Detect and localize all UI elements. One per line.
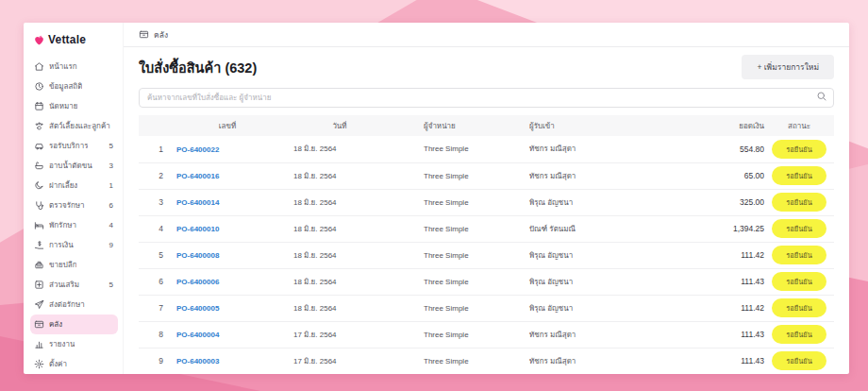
po-number-cell: PO-6400022 — [176, 136, 278, 162]
receiver-cell: ปัณฑ์ รัตนมณี — [507, 215, 698, 242]
sidebar-item-count: 6 — [109, 201, 113, 210]
col-header-amount: ยอดเงิน — [698, 115, 764, 136]
amount-cell: 111.42 — [698, 242, 764, 268]
pets-icon — [34, 121, 44, 131]
retail-icon — [34, 260, 44, 270]
po-number-link[interactable]: PO-6400003 — [176, 357, 219, 366]
sidebar-item-13[interactable]: คลัง — [30, 314, 118, 334]
row-number: 3 — [139, 189, 176, 215]
po-number-cell: PO-6400004 — [176, 321, 278, 348]
table-row[interactable]: 4PO-640001018 มิ.ย. 2564Three Simpleปัณฑ… — [139, 215, 834, 242]
supplier-cell: Three Simple — [401, 215, 507, 242]
table-row[interactable]: 8PO-640000417 มิ.ย. 2564Three Simpleทัชก… — [139, 321, 834, 348]
topbar: คลัง — [124, 23, 849, 47]
sidebar-item-4[interactable]: รอรับบริการ5 — [30, 136, 118, 156]
status-cell: รอยืนยัน — [764, 268, 834, 295]
sidebar-item-11[interactable]: ส่วนเสริม5 — [30, 275, 118, 295]
row-number: 9 — [139, 348, 176, 374]
brand-logo[interactable]: Vettale — [30, 30, 118, 49]
brand-name: Vettale — [48, 33, 86, 46]
sidebar-item-label: รอรับบริการ — [49, 140, 88, 152]
po-number-link[interactable]: PO-6400005 — [176, 304, 219, 313]
inventory-icon — [139, 29, 149, 40]
report-icon — [34, 339, 44, 349]
sidebar-item-15[interactable]: ตั้งค่า — [30, 354, 118, 374]
sidebar-item-12[interactable]: ส่งต่อรักษา — [30, 295, 118, 314]
col-header-date: วันที่ — [278, 115, 401, 136]
search-icon[interactable] — [816, 91, 827, 102]
col-header-no — [139, 115, 176, 136]
finance-icon — [34, 240, 44, 250]
sidebar-item-10[interactable]: ขายปลีก — [30, 255, 118, 275]
amount-cell: 111.43 — [698, 268, 764, 295]
sidebar-item-14[interactable]: รายงาน — [30, 334, 118, 354]
sidebar-item-count: 3 — [109, 162, 113, 170]
sidebar-item-label: ฝากเลี้ยง — [49, 179, 77, 192]
amount-cell: 554.80 — [698, 136, 764, 162]
po-number-link[interactable]: PO-6400016 — [176, 172, 219, 180]
sidebar-nav: หน้าแรกข้อมูลสถิตินัดหมายสัตว์เลี้ยงและล… — [30, 57, 118, 374]
sidebar-item-count: 4 — [109, 221, 113, 230]
status-badge: รอยืนยัน — [772, 193, 826, 212]
status-badge: รอยืนยัน — [772, 325, 826, 344]
supplier-cell: Three Simple — [401, 321, 507, 348]
date-cell: 18 มิ.ย. 2564 — [278, 215, 401, 242]
po-number-link[interactable]: PO-6400022 — [176, 145, 219, 154]
add-new-button[interactable]: + เพิ่มรายการใหม่ — [742, 55, 834, 79]
po-number-link[interactable]: PO-6400014 — [176, 198, 219, 207]
sidebar-item-label: การเงิน — [49, 239, 74, 251]
status-cell: รอยืนยัน — [764, 321, 834, 348]
table-row[interactable]: 6PO-640000618 มิ.ย. 2564Three Simpleพิรุ… — [139, 268, 834, 295]
row-number: 2 — [139, 162, 176, 189]
search-input[interactable] — [139, 88, 834, 108]
sidebar-item-5[interactable]: อาบน้ำตัดขน3 — [30, 156, 118, 176]
supplier-cell: Three Simple — [401, 136, 507, 162]
sidebar-item-0[interactable]: หน้าแรก — [30, 57, 118, 76]
table-row[interactable]: 1PO-640002218 มิ.ย. 2564Three Simpleทัชก… — [139, 136, 834, 162]
table-row[interactable]: 3PO-640001418 มิ.ย. 2564Three Simpleพิรุ… — [139, 189, 834, 215]
date-cell: 17 มิ.ย. 2564 — [278, 321, 401, 348]
status-cell: รอยืนยัน — [764, 348, 834, 374]
table-row[interactable]: 9PO-640000317 มิ.ย. 2564Three Simpleทัชก… — [139, 348, 834, 374]
boarding-icon — [34, 180, 44, 191]
amount-cell: 65.00 — [698, 162, 764, 189]
table-header-row: เลขที่ วันที่ ผู้จำหน่าย ผู้รับเข้า ยอดเ… — [139, 115, 834, 136]
content: ใบสั่งซื้อสินค้า (632) + เพิ่มรายการใหม่… — [124, 47, 849, 374]
po-number-cell: PO-6400005 — [176, 295, 278, 321]
po-number-link[interactable]: PO-6400006 — [176, 278, 219, 286]
po-number-link[interactable]: PO-6400004 — [176, 331, 219, 339]
table-row[interactable]: 7PO-640000518 มิ.ย. 2564Three Simpleพิรุ… — [139, 295, 834, 321]
sidebar-item-8[interactable]: พักรักษา4 — [30, 215, 118, 235]
sidebar-item-2[interactable]: นัดหมาย — [30, 96, 118, 116]
sidebar-item-9[interactable]: การเงิน9 — [30, 235, 118, 255]
status-cell: รอยืนยัน — [764, 242, 834, 268]
sidebar-item-count: 5 — [109, 280, 113, 289]
sidebar-item-7[interactable]: ตรวจรักษา6 — [30, 196, 118, 215]
sidebar-item-3[interactable]: สัตว์เลี้ยงและลูกค้า — [30, 116, 118, 136]
status-cell: รอยืนยัน — [764, 295, 834, 321]
table-row[interactable]: 5PO-640000818 มิ.ย. 2564Three Simpleพิรุ… — [139, 242, 834, 268]
row-number: 8 — [139, 321, 176, 348]
receiver-cell: พิรุณ อัญชนา — [507, 189, 698, 215]
row-number: 4 — [139, 215, 176, 242]
po-number-cell: PO-6400003 — [176, 348, 278, 374]
po-number-cell: PO-6400006 — [176, 268, 278, 295]
sidebar-item-6[interactable]: ฝากเลี้ยง1 — [30, 176, 118, 196]
status-badge: รอยืนยัน — [772, 246, 826, 264]
po-number-cell: PO-6400010 — [176, 215, 278, 242]
row-number: 5 — [139, 242, 176, 268]
stats-icon — [34, 81, 44, 92]
po-number-link[interactable]: PO-6400008 — [176, 251, 219, 260]
sidebar-item-label: ขายปลีก — [49, 259, 76, 271]
status-badge: รอยืนยัน — [772, 219, 826, 238]
queue-icon — [34, 141, 44, 151]
table-row[interactable]: 2PO-640001618 มิ.ย. 2564Three Simpleทัชก… — [139, 162, 834, 189]
exam-icon — [34, 200, 44, 211]
sidebar-item-label: พักรักษา — [49, 219, 76, 231]
po-number-link[interactable]: PO-6400010 — [176, 225, 219, 233]
sidebar-item-count: 9 — [109, 241, 113, 249]
app-window: Vettale หน้าแรกข้อมูลสถิตินัดหมายสัตว์เล… — [24, 23, 849, 374]
purchase-orders-table: เลขที่ วันที่ ผู้จำหน่าย ผู้รับเข้า ยอดเ… — [139, 115, 834, 374]
sidebar-item-count: 1 — [109, 181, 113, 190]
sidebar-item-1[interactable]: ข้อมูลสถิติ — [30, 76, 118, 96]
